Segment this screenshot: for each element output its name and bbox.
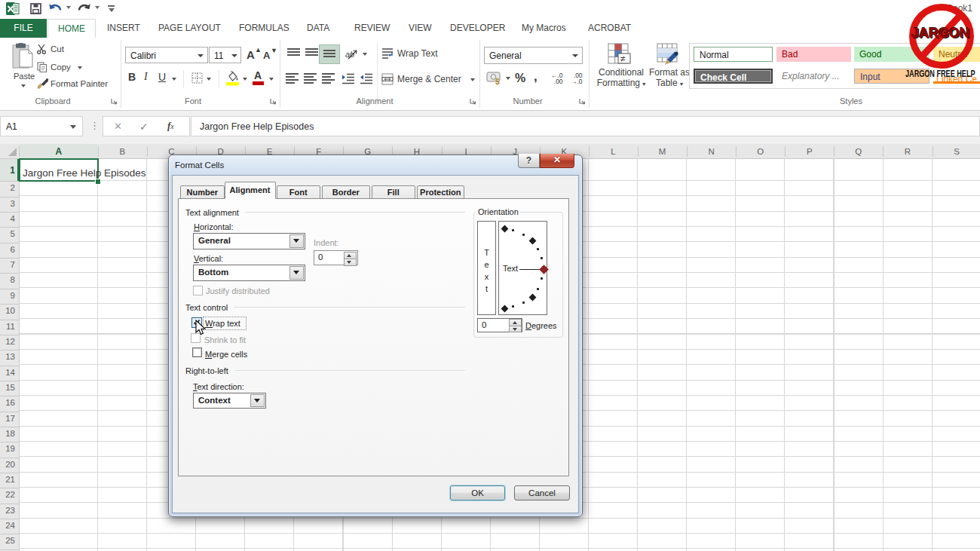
svg-text:$: $ xyxy=(495,78,500,86)
svg-text:≠: ≠ xyxy=(620,54,626,64)
